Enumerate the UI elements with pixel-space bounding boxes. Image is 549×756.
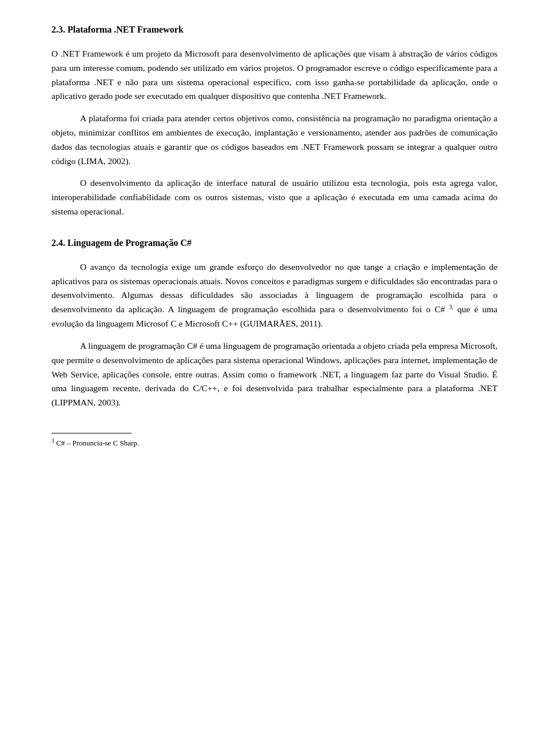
footnote-section: 3 C# – Pronuncia-se C Sharp. (51, 433, 498, 449)
section-2-4-paragraph-1: O avanço da tecnologia exige um grande e… (51, 260, 498, 331)
section-2-3: 2.3. Plataforma .NET Framework O .NET Fr… (51, 23, 498, 219)
section-2-4: 2.4. Linguagem de Programação C# O avanç… (51, 236, 498, 410)
section-2-4-paragraph-2: A linguagem de programação C# é uma ling… (51, 339, 498, 410)
page: 2.3. Plataforma .NET Framework O .NET Fr… (0, 0, 549, 756)
section-2-3-paragraph-2: A plataforma foi criada para atender cer… (51, 112, 498, 168)
section-2-3-paragraph-1: O .NET Framework é um projeto da Microso… (51, 47, 498, 104)
section-2-4-heading: 2.4. Linguagem de Programação C# (51, 236, 498, 250)
footnote-content: C# – Pronuncia-se C Sharp. (56, 439, 139, 447)
section-2-3-heading: 2.3. Plataforma .NET Framework (51, 23, 498, 37)
footnote-number: 3 (51, 437, 54, 444)
section-2-3-paragraph-3: O desenvolvimento da aplicação de interf… (51, 176, 498, 218)
footnote-divider (51, 433, 132, 433)
footnote-ref-3: 3, (449, 304, 453, 310)
footnote-text: 3 C# – Pronuncia-se C Sharp. (51, 437, 498, 449)
highlighted-isso: isso (315, 77, 329, 87)
